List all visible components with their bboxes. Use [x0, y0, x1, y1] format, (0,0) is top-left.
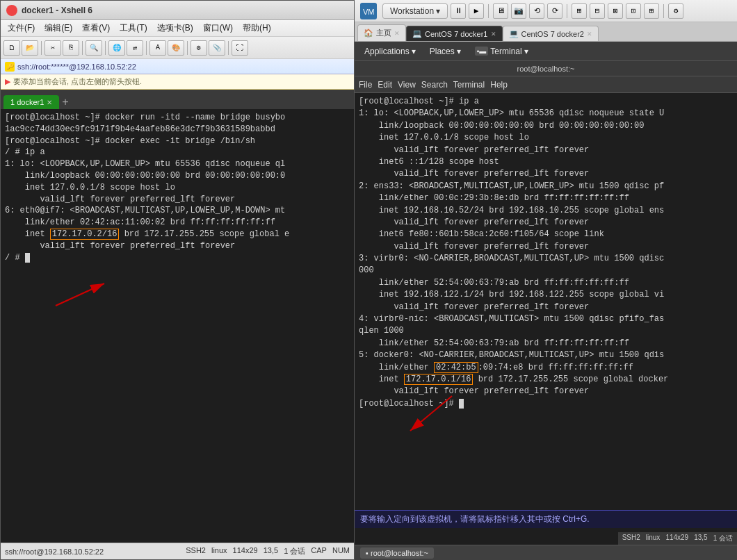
vm-status-label: root@localhost:~ [371, 549, 428, 557]
menu-tools[interactable]: 工具(T) [115, 21, 151, 35]
status-size: 114x29 [233, 546, 258, 557]
toolbar-sep5 [187, 41, 188, 55]
view3-btn[interactable]: ⊠ [608, 3, 623, 19]
view5-btn[interactable]: ⊞ [644, 3, 659, 19]
vm-menu-file[interactable]: File [359, 80, 372, 90]
toolbar-color[interactable]: 🎨 [168, 40, 184, 56]
toolbar-connect[interactable]: 🌐 [108, 40, 125, 56]
terminal-dropdown-icon: ▾ [524, 47, 528, 56]
vm-term-3: inet 127.0.0.1/8 scope host lo [359, 132, 733, 144]
tab-label: 1 docker1 [10, 98, 44, 106]
ssh-address: ssh://root:******@192.168.10.52:22 [17, 63, 136, 71]
settings-btn[interactable]: ⚙ [668, 3, 683, 19]
toolbar-copy[interactable]: ⎘ [63, 40, 79, 56]
vm-term-9: link/ether 00:0c:29:3b:8e:db brd ff:ff:f… [359, 192, 733, 204]
vm-menu-search[interactable]: Search [421, 80, 448, 90]
screen-btn[interactable]: 🖥 [493, 3, 508, 19]
toolbar-new[interactable]: 🗋 [3, 40, 20, 56]
terminal-icon: ▪▬ [475, 47, 489, 56]
vm-term-12: inet6 fe80::601b:58ca:2c60:f105/64 scope… [359, 229, 733, 240]
vm-status-bar: ▪ root@localhost:~ [355, 545, 737, 560]
snapshot3-btn[interactable]: ⟳ [547, 3, 562, 19]
toolbar-open[interactable]: 📂 [22, 40, 38, 56]
vm-term-10: inet 192.168.10.52/24 brd 192.168.10.255… [359, 205, 733, 217]
notification-bar: ▶ 要添加当前会话, 点击左侧的箭头按钮. [1, 74, 354, 90]
toolbar-misc[interactable]: 📎 [209, 40, 225, 56]
menu-tabs[interactable]: 选项卡(B) [153, 21, 197, 35]
vm-term-22: 5: docker0: <NO-CARRIER,BROADCAST,MULTIC… [359, 349, 733, 361]
vm-terminal[interactable]: [root@localhost ~]# ip a 1: lo: <LOOPBAC… [355, 93, 737, 545]
power-btn[interactable]: ▶ [469, 3, 484, 19]
tab-close-icon[interactable]: ✕ [47, 99, 52, 106]
term-line-3: / # ip a [5, 147, 350, 158]
tab-add-icon[interactable]: + [62, 97, 69, 109]
vmware-window: VM Workstation ▾ ⏸ ▶ 🖥 📷 ⟲ ⟳ ⊞ ⊟ ⊠ ⊡ ⊞ ⚙… [355, 0, 737, 560]
kb-sessions: 1 会话 [713, 534, 733, 543]
kb-pos: 13,5 [694, 534, 707, 543]
term-line-1: 1ac9cc74dd30ec9fc9171f9b4e4aafeb86e3dc7f… [5, 124, 350, 135]
docker2-tab-close[interactable]: ✕ [587, 31, 592, 38]
kb-linux: linux [646, 534, 661, 543]
xshell-titlebar: docker1 - Xshell 6 [1, 1, 354, 20]
toolbar-sep4 [146, 41, 147, 55]
vm-menu-help[interactable]: Help [490, 80, 508, 90]
view2-btn[interactable]: ⊟ [590, 3, 605, 19]
vm-term-18: valid_lft forever preferred_lft forever [359, 302, 733, 313]
vm-tab-home[interactable]: 🏠 主页 ✕ [357, 24, 406, 41]
places-menu[interactable]: Places ▾ [424, 45, 467, 58]
toolbar-find[interactable]: 🔍 [86, 40, 102, 56]
toolbar-font[interactable]: A [149, 40, 166, 56]
menu-edit[interactable]: 编辑(E) [40, 21, 76, 35]
notification-text: 要添加当前会话, 点击左侧的箭头按钮. [13, 76, 142, 87]
status-num: NUM [332, 546, 350, 557]
xshell-window: docker1 - Xshell 6 文件(F) 编辑(E) 查看(V) 工具(… [0, 0, 355, 560]
vm-term-4: valid_lft forever preferred_lft forever [359, 145, 733, 156]
tb-sep2 [567, 4, 567, 18]
menu-file[interactable]: 文件(F) [3, 21, 39, 35]
vm-term-23: link/ether 02:42:b5:09:74:e8 brd ff:ff:f… [359, 362, 733, 374]
vm-terminal-status[interactable]: ▪ root@localhost:~ [360, 547, 434, 559]
vm-term-6: valid_lft forever preferred_lft forever [359, 168, 733, 180]
home-icon: 🏠 [364, 28, 373, 38]
workstation-button[interactable]: Workstation ▾ [382, 3, 448, 19]
term-line-8: 6: eth0@if7: <BROADCAST,MULTICAST,UP,LOW… [5, 205, 350, 217]
applications-menu[interactable]: Applications ▾ [359, 45, 421, 58]
view1-btn[interactable]: ⊞ [572, 3, 587, 19]
pause-btn[interactable]: ⏸ [451, 3, 466, 19]
xshell-terminal[interactable]: [root@localhost ~]# docker run -itd --na… [1, 109, 354, 544]
view4-btn[interactable]: ⊡ [626, 3, 641, 19]
vm-term-15: 000 [359, 265, 733, 277]
toolbar-fullscreen[interactable]: ⛶ [232, 40, 248, 56]
toolbar-transfer[interactable]: ⇄ [127, 40, 143, 56]
snapshot1-btn[interactable]: 📷 [511, 3, 526, 19]
vm-term-0: [root@localhost ~]# ip a [359, 96, 733, 108]
toolbar-cut[interactable]: ✂ [44, 40, 61, 56]
vm-term-19: 4: virbr0-nic: <BROADCAST,MULTICAST> mtu… [359, 313, 733, 325]
docker1-tab-close[interactable]: ✕ [491, 31, 496, 38]
menu-help[interactable]: 帮助(H) [238, 21, 275, 35]
vm-tab-docker1[interactable]: 💻 CentOS 7 docker1 ✕ [406, 26, 503, 41]
xshell-title: docker1 - Xshell 6 [22, 6, 92, 15]
kb-ssh2: SSH2 [622, 534, 640, 543]
vm-menu-terminal[interactable]: Terminal [453, 80, 485, 90]
xshell-tab-docker1[interactable]: 1 docker1 ✕ [3, 95, 59, 109]
vmware-menubar: VM Workstation ▾ ⏸ ▶ 🖥 📷 ⟲ ⟳ ⊞ ⊟ ⊠ ⊡ ⊞ ⚙ [355, 0, 737, 22]
terminal-menu[interactable]: ▪▬ Terminal ▾ [469, 45, 534, 58]
workstation-label: Workstation [390, 6, 434, 16]
vm-menu-view[interactable]: View [398, 80, 416, 90]
xshell-app-icon [6, 5, 17, 16]
menu-view[interactable]: 查看(V) [78, 21, 114, 35]
docker1-icon: 💻 [412, 29, 422, 38]
snapshot2-btn[interactable]: ⟲ [529, 3, 544, 19]
places-dropdown-icon: ▾ [457, 47, 461, 56]
menu-window[interactable]: 窗口(W) [199, 21, 237, 35]
kb-size: 114x29 [665, 534, 688, 543]
vm-term-13: valid_lft forever preferred_lft forever [359, 241, 733, 253]
toolbar-settings[interactable]: ⚙ [191, 40, 207, 56]
vm-tab-docker2[interactable]: 💻 CentOS 7 docker2 ✕ [503, 26, 599, 41]
home-tab-close[interactable]: ✕ [394, 30, 400, 37]
vm-menu-edit[interactable]: Edit [378, 80, 392, 90]
term-line-12: / # [5, 252, 350, 264]
vm-term-11: valid_lft forever preferred_lft forever [359, 217, 733, 229]
term-line-0: [root@localhost ~]# docker run -itd --na… [5, 112, 350, 124]
